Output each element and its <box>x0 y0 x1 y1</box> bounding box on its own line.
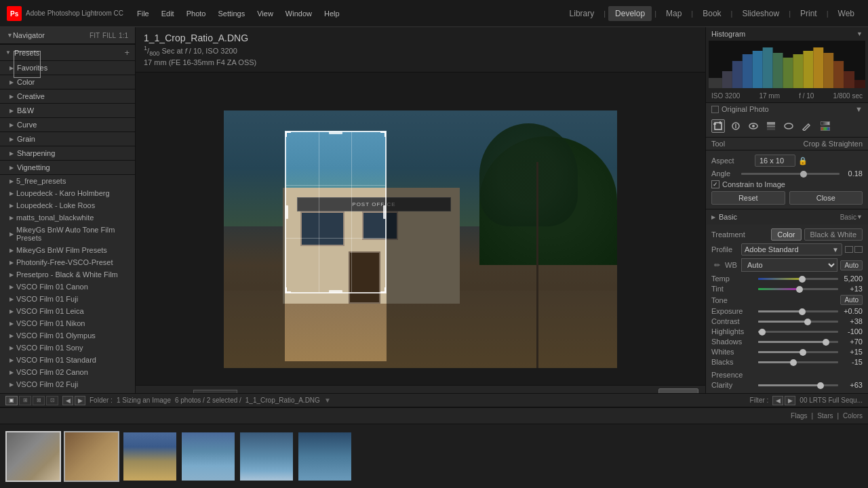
preset-group-vsco02-canon[interactable]: ▶ VSCO Film 02 Canon <box>0 366 135 378</box>
nav-print[interactable]: Print <box>793 6 824 21</box>
preset-group-vsco01-standard[interactable]: ▶ VSCO Film 01 Standard <box>0 354 135 366</box>
whites-slider-thumb[interactable] <box>800 349 806 356</box>
shadows-slider[interactable] <box>758 341 838 343</box>
preset-group-vsco01-olympus[interactable]: ▶ VSCO Film 01 Olympus <box>0 329 135 342</box>
crop-handle-top[interactable] <box>329 131 342 134</box>
nav-next-btn[interactable]: ▶ <box>75 396 85 405</box>
luminance-icon[interactable] <box>821 121 830 125</box>
preset-group-vsco02-fuji[interactable]: ▶ VSCO Film 02 Fuji <box>0 378 135 390</box>
fit-btn[interactable]: FIT <box>90 32 100 39</box>
preset-group-vsco01-leica[interactable]: ▶ VSCO Film 01 Leica <box>0 305 135 317</box>
histogram-arrow[interactable]: ▼ <box>856 30 863 37</box>
menu-help[interactable]: Help <box>319 7 345 20</box>
preset-group-5free[interactable]: ▶ 5_free_presets <box>0 175 135 187</box>
menu-edit[interactable]: Edit <box>156 7 180 20</box>
preset-group-vsco01-canon[interactable]: ▶ VSCO Film 01 Canon <box>0 281 135 293</box>
menu-photo[interactable]: Photo <box>181 7 212 20</box>
filmstrip-thumb-1[interactable] <box>5 431 61 482</box>
tone-auto-badge[interactable]: Auto <box>840 295 863 305</box>
curve-section[interactable]: ▶ Curve <box>0 118 135 132</box>
crop-corner-br[interactable] <box>380 287 386 293</box>
basic-section-header[interactable]: ▶ Basic Basic ▼ <box>706 209 868 224</box>
shadows-slider-thumb[interactable] <box>823 339 829 346</box>
spot-removal-icon[interactable] <box>729 119 743 133</box>
preset-group-loupedeck-loke[interactable]: ▶ Loupedeck - Loke Roos <box>0 199 135 211</box>
exposure-slider-thumb[interactable] <box>799 308 806 315</box>
menu-window[interactable]: Window <box>280 7 317 20</box>
crop-tool-icon[interactable] <box>711 119 725 133</box>
image-canvas[interactable]: POST OFFICE <box>136 73 705 407</box>
nav-map[interactable]: Map <box>659 6 688 21</box>
clarity-slider[interactable] <box>758 384 838 386</box>
temp-slider[interactable] <box>758 278 838 280</box>
exposure-slider[interactable] <box>758 310 838 312</box>
nav-web[interactable]: Web <box>831 6 861 21</box>
temp-slider-thumb[interactable] <box>799 276 806 283</box>
filmstrip-thumb-2[interactable] <box>64 431 119 482</box>
tint-slider[interactable] <box>758 288 838 290</box>
status-dropdown-icon[interactable]: ▼ <box>324 396 331 404</box>
single-view-btn[interactable]: ▣ <box>5 396 18 405</box>
highlights-slider[interactable] <box>758 331 838 333</box>
preset-group-vsco01-nikon[interactable]: ▶ VSCO Film 01 Nikon <box>0 317 135 329</box>
filmstrip-thumb-3[interactable] <box>122 431 178 482</box>
filmstrip-thumb-6[interactable] <box>297 431 353 482</box>
redeye-icon[interactable] <box>747 119 760 133</box>
color-range-icon[interactable] <box>821 127 830 131</box>
preset-group-presetpro[interactable]: ▶ Presetpro - Black & White Film <box>0 268 135 281</box>
grain-section[interactable]: ▶ Grain <box>0 132 135 146</box>
presets-add-btn[interactable]: + <box>124 47 130 58</box>
filter-next[interactable]: ▶ <box>785 396 795 405</box>
profile-dropdown-icon[interactable]: ▼ <box>832 246 839 253</box>
tint-slider-thumb[interactable] <box>796 286 803 293</box>
menu-file[interactable]: File <box>132 7 155 20</box>
filter-prev[interactable]: ◀ <box>772 396 783 405</box>
blacks-slider[interactable] <box>758 361 838 363</box>
nav-develop[interactable]: Develop <box>608 6 652 21</box>
crop-handle-bottom[interactable] <box>329 290 342 293</box>
adjustment-brush-icon[interactable] <box>800 119 813 133</box>
crop-corner-bl[interactable] <box>285 287 291 293</box>
menu-settings[interactable]: Settings <box>212 7 250 20</box>
filmstrip-thumb-4[interactable] <box>180 431 236 482</box>
survey-view-btn[interactable]: ⊠ <box>33 396 45 405</box>
crop-close-button[interactable]: Close <box>789 191 863 205</box>
grid-view-btn[interactable]: ⊞ <box>19 396 31 405</box>
preset-group-loupedeck-karo[interactable]: ▶ Loupedeck - Karo Holmberg <box>0 187 135 199</box>
angle-slider-thumb[interactable] <box>800 171 807 178</box>
preset-group-vsco01-sony[interactable]: ▶ VSCO Film 01 Sony <box>0 342 135 354</box>
creative-section[interactable]: ▶ Creative <box>0 89 135 104</box>
nav-prev-btn[interactable]: ◀ <box>62 396 73 405</box>
nav-library[interactable]: Library <box>563 6 601 21</box>
filmstrip-thumb-5[interactable] <box>239 431 294 482</box>
nav-book[interactable]: Book <box>696 6 728 21</box>
crop-corner-tl[interactable] <box>285 131 291 137</box>
contrast-slider[interactable] <box>758 321 838 323</box>
main-photo[interactable]: POST OFFICE <box>224 110 617 368</box>
profile-icon-1[interactable] <box>845 246 853 253</box>
menu-view[interactable]: View <box>252 7 279 20</box>
crop-handle-left[interactable] <box>285 205 288 219</box>
clarity-slider-thumb[interactable] <box>817 382 824 389</box>
contrast-slider-thumb[interactable] <box>804 319 811 325</box>
ratio-btn[interactable]: 1:1 <box>119 32 128 39</box>
original-photo-arrow[interactable]: ▼ <box>855 105 863 113</box>
wb-select[interactable]: Auto As Shot Daylight Cloudy Shade Custo… <box>741 258 837 272</box>
vignetting-section[interactable]: ▶ Vignetting <box>0 161 135 175</box>
fill-btn[interactable]: FILL <box>102 32 116 39</box>
compare-view-btn[interactable]: ⊡ <box>46 396 58 405</box>
crop-reset-button[interactable]: Reset <box>711 191 785 205</box>
preset-group-mikeygs-bw-auto[interactable]: ▶ MikeyGs BnW Auto Tone Film Presets <box>0 224 135 244</box>
preset-group-mikeygs-bw[interactable]: ▶ MikeyGs BnW Film Presets <box>0 244 135 256</box>
radial-filter-icon[interactable] <box>782 119 795 133</box>
crop-overlay[interactable] <box>285 131 387 293</box>
lock-icon[interactable]: 🔒 <box>798 156 808 165</box>
constrain-checkbox[interactable]: ✓ <box>711 180 719 188</box>
profile-icon-2[interactable] <box>854 246 863 253</box>
color-btn[interactable]: Color <box>771 228 801 241</box>
original-photo-checkbox[interactable] <box>711 106 719 113</box>
angle-slider[interactable] <box>741 173 840 175</box>
whites-slider[interactable] <box>758 351 838 353</box>
navigator-header[interactable]: ▼ Navigator FIT FILL 1:1 <box>0 27 135 44</box>
eyedropper-icon[interactable]: ✏ <box>711 260 722 270</box>
